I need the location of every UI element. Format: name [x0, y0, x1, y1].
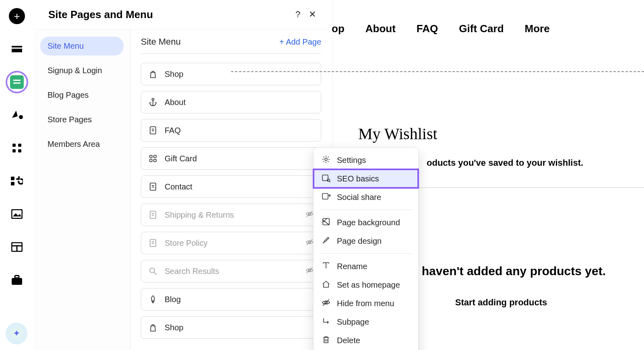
ctx-item-label: Rename: [337, 262, 367, 271]
ctx-separator: [320, 210, 412, 210]
ctx-settings[interactable]: Settings: [314, 151, 418, 169]
ctx-item-label: Delete: [337, 336, 360, 345]
ctx-item-label: SEO basics: [337, 174, 379, 183]
ctx-item-label: Subpage: [337, 317, 369, 327]
page-row-label: Contact: [165, 182, 192, 191]
share-icon: [322, 192, 330, 203]
trash-icon: [322, 335, 330, 346]
sidebar-item-blog-pages[interactable]: Blog Pages: [40, 86, 124, 105]
ctx-social-share[interactable]: Social share: [314, 188, 418, 206]
divider: [141, 54, 321, 54]
ctx-item-label: Page background: [337, 218, 400, 227]
ctx-hide-from-menu[interactable]: Hide from menu: [314, 294, 418, 313]
ctx-item-label: Hide from menu: [337, 299, 394, 308]
close-button[interactable]: ✕: [305, 7, 320, 22]
page-row-gift-card[interactable]: Gift Card•••: [141, 147, 321, 170]
svg-rect-5: [12, 149, 16, 152]
page-row-shop[interactable]: Shop: [141, 316, 321, 339]
eyeoff-icon: [322, 298, 330, 309]
svg-rect-14: [15, 276, 19, 278]
sparkle-icon: ✦: [13, 328, 20, 339]
page-row-search-results[interactable]: Search Results: [141, 260, 321, 282]
left-icon-rail: + ✦: [0, 0, 34, 350]
sidebar-item-site-menu[interactable]: Site Menu: [40, 37, 124, 56]
ctx-separator: [320, 253, 412, 254]
grid-icon: [149, 154, 157, 163]
doc-icon: [149, 182, 157, 191]
ctx-set-as-homepage[interactable]: Set as homepage: [314, 276, 418, 294]
table-icon: [11, 242, 23, 252]
page-context-menu: SettingsSEO basicsSocial sharePage backg…: [313, 147, 419, 350]
svg-point-2: [19, 115, 23, 119]
help-button[interactable]: ?: [291, 7, 305, 22]
sidebar-item-store-pages[interactable]: Store Pages: [40, 110, 124, 129]
svg-rect-0: [12, 46, 22, 47]
panel-header: Site Pages and Menu ? ✕: [34, 0, 332, 29]
business-button[interactable]: [9, 272, 25, 288]
ctx-item-label: Page design: [337, 237, 382, 246]
brush-icon: [322, 236, 330, 247]
media-button[interactable]: [9, 206, 25, 222]
ctx-page-design[interactable]: Page design: [314, 232, 418, 250]
search-icon: [149, 267, 157, 276]
svg-rect-8: [11, 182, 14, 185]
appmarket-button[interactable]: [9, 173, 25, 189]
site-pages-panel: Site Pages and Menu ? ✕ Site MenuSignup …: [34, 0, 332, 350]
ctx-subpage[interactable]: Subpage: [314, 313, 418, 331]
page-row-label: FAQ: [165, 126, 181, 135]
sections-icon: [11, 45, 23, 53]
nav-link-about[interactable]: About: [365, 23, 396, 35]
pages-column: Site Menu + Add Page ShopAboutFAQGift Ca…: [130, 29, 332, 350]
pages-button-active[interactable]: [6, 71, 28, 93]
pattern-icon: [322, 217, 330, 228]
svg-rect-6: [18, 149, 21, 152]
close-icon: ✕: [309, 9, 316, 20]
nav-link-op[interactable]: op: [332, 23, 345, 35]
page-row-blog[interactable]: Blog: [141, 288, 321, 311]
ctx-seo-basics[interactable]: SEO basics: [314, 169, 418, 188]
panel-sidebar-list: Site MenuSignup & LoginBlog PagesStore P…: [34, 29, 130, 350]
nav-link-faq[interactable]: FAQ: [417, 23, 438, 35]
data-button[interactable]: [9, 239, 25, 255]
page-row-label: About: [165, 98, 186, 107]
page-row-contact[interactable]: Contact: [141, 175, 321, 198]
ctx-delete[interactable]: Delete: [314, 331, 418, 350]
sidebar-item-signup-login[interactable]: Signup & Login: [40, 61, 124, 80]
sections-button[interactable]: [9, 41, 25, 57]
hidden-icon: [305, 210, 314, 220]
svg-rect-7: [11, 177, 14, 180]
ai-assistant-button[interactable]: ✦: [6, 323, 27, 344]
svg-rect-13: [12, 278, 22, 285]
ctx-page-background[interactable]: Page background: [314, 213, 418, 232]
svg-rect-1: [12, 49, 22, 52]
sidebar-item-members-area[interactable]: Members Area: [40, 135, 124, 154]
design-button[interactable]: [9, 107, 25, 123]
apps-icon: [12, 143, 22, 153]
page-row-shop[interactable]: Shop: [141, 63, 321, 85]
apps-button[interactable]: [9, 140, 25, 156]
page-row-shipping-returns[interactable]: Shipping & Returns: [141, 204, 321, 226]
nav-link-gift-card[interactable]: Gift Card: [459, 23, 504, 35]
ctx-item-label: Settings: [337, 156, 366, 165]
page-row-label: Blog: [165, 295, 181, 304]
doc-icon: [149, 210, 157, 219]
add-button[interactable]: +: [9, 8, 25, 24]
page-icon: [10, 75, 24, 89]
page-row-label: Store Policy: [165, 239, 208, 248]
page-row-label: Gift Card: [165, 154, 197, 163]
svg-rect-4: [18, 144, 21, 147]
page-row-faq[interactable]: FAQ: [141, 119, 321, 142]
bag-icon: [149, 70, 157, 78]
ctx-item-label: Set as homepage: [337, 280, 400, 290]
page-row-store-policy[interactable]: Store Policy: [141, 232, 321, 254]
ctx-rename[interactable]: Rename: [314, 257, 418, 276]
image-icon: [11, 209, 23, 219]
page-row-about[interactable]: About: [141, 91, 321, 113]
add-page-button[interactable]: + Add Page: [279, 37, 321, 47]
nav-link-more[interactable]: More: [525, 23, 550, 35]
page-row-label: Shop: [165, 323, 184, 332]
page-row-label: Shop: [165, 70, 184, 79]
home-icon: [322, 280, 330, 290]
doc-icon: [149, 126, 157, 135]
doc-icon: [149, 239, 157, 247]
